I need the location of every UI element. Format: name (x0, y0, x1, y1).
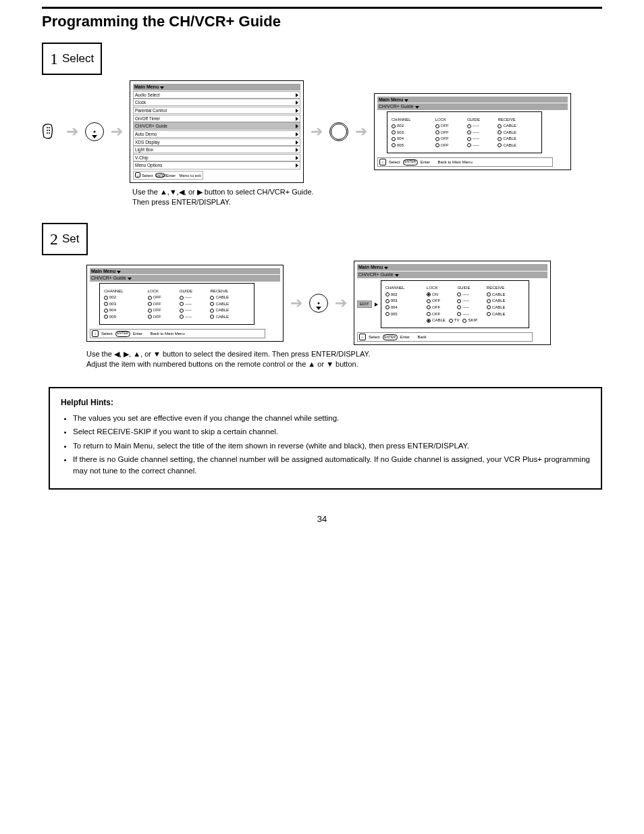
hints-heading: Helpful Hints: (61, 396, 590, 409)
step-1-number: 1 (50, 50, 58, 68)
step-2-label: Set (62, 232, 80, 246)
svg-point-0 (47, 127, 48, 128)
guide-table: CHANNEL LOCK GUIDE RECEIVE 002OFF-----CA… (387, 111, 542, 153)
svg-point-3 (49, 130, 50, 131)
step-1-flow: ➔ ➔ Main Menu Audio Select Clock Parenta… (42, 80, 602, 183)
menu-title: Main Menu (134, 84, 159, 89)
guide-screen: Main Menu CH/VCR+ Guide CHANNEL LOCK GUI… (374, 93, 571, 170)
arrow-icon: ➔ (355, 123, 367, 140)
step-1-box: 1 Select (42, 43, 102, 75)
arrow-right-icon (375, 303, 378, 307)
main-menu-screen: Main Menu Audio Select Clock Parental Co… (130, 80, 304, 183)
remote-icon (42, 124, 59, 140)
divider (42, 7, 602, 9)
helpful-hints-box: Helpful Hints: The values you set are ef… (49, 387, 602, 490)
arrow-icon: ➔ (335, 294, 347, 312)
svg-point-4 (47, 132, 48, 134)
direction-button-icon (309, 294, 328, 313)
guide-screen-right: Main Menu CH/VCR+ Guide EDIT CHANNELLOCK… (354, 261, 551, 345)
svg-point-1 (49, 127, 50, 128)
hint-item: To return to Main Menu, select the title… (73, 440, 590, 452)
hint-item: Select RECEIVE-SKIP if you want to skip … (73, 426, 590, 438)
enter-button-icon (329, 122, 348, 141)
svg-point-5 (49, 132, 50, 134)
arrow-icon: ➔ (290, 294, 302, 312)
direction-button-icon (85, 122, 104, 141)
hint-item: If there is no Guide channel setting, th… (73, 454, 590, 477)
step-2-box: 2 Set (42, 223, 88, 255)
arrow-icon: ➔ (66, 123, 78, 140)
step-2-flow: Main Menu CH/VCR+ Guide CHANNELLOCKGUIDE… (86, 261, 602, 345)
page-number: 34 (42, 514, 602, 524)
edit-button: EDIT (357, 301, 372, 308)
guide-footer: ↕Select ENTEREnter Back to Main Menu (377, 157, 553, 167)
step-2-number: 2 (50, 230, 58, 249)
step-2-caption: Use the ◀, ▶, ▲, or ▼ button to select t… (86, 349, 602, 369)
step-1-caption: Use the ▲,▼,◀, or ▶ button to select CH/… (132, 187, 602, 207)
page-title: Programming the CH/VCR+ Guide (42, 13, 602, 30)
arrow-icon: ➔ (311, 123, 323, 140)
step-1-label: Select (62, 52, 94, 66)
svg-point-2 (47, 130, 48, 131)
arrow-icon: ➔ (111, 123, 123, 140)
hint-item: The values you set are effective even if… (73, 413, 590, 424)
guide-screen-left: Main Menu CH/VCR+ Guide CHANNELLOCKGUIDE… (86, 265, 284, 342)
